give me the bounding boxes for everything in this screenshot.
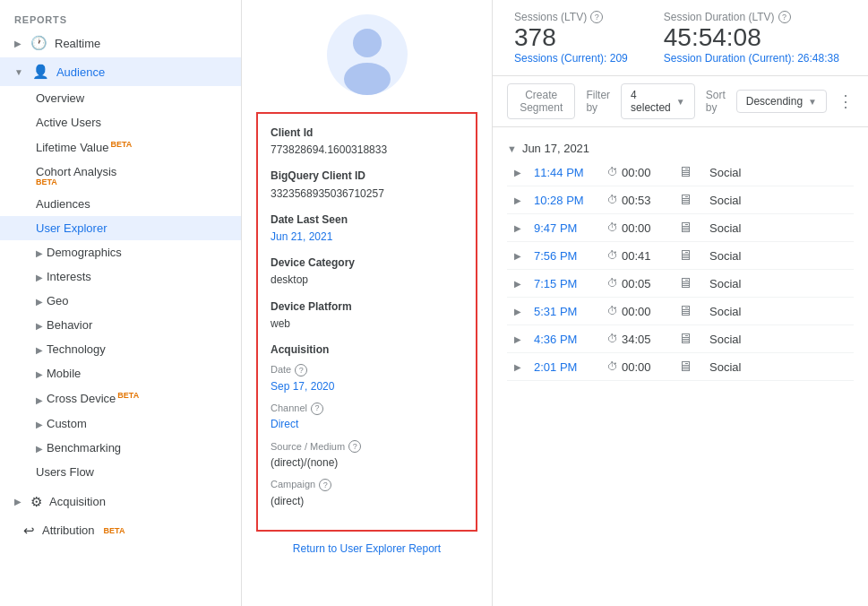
session-duration: ⏱ 00:05: [607, 277, 661, 290]
session-time: 7:15 PM: [534, 277, 597, 290]
sidebar-item-cohort-analysis[interactable]: Cohort AnalysisBETA: [0, 160, 241, 192]
clock-icon: ⏱: [607, 333, 618, 345]
date-chevron-icon[interactable]: ▼: [507, 143, 517, 154]
sidebar-item-overview[interactable]: Overview: [0, 86, 241, 110]
more-options-button[interactable]: ⋮: [838, 91, 854, 112]
sessions-ltv-label: Sessions (LTV) ?: [514, 11, 628, 23]
desktop-icon: 🖥: [672, 275, 699, 291]
stats-row: Sessions (LTV) ? 378 Sessions (Current):…: [493, 0, 868, 76]
desktop-icon: 🖥: [672, 220, 699, 236]
expand-icon: ▶: [514, 307, 523, 316]
acquisition-section: Acquisition Date ? Sep 17, 2020 Channel …: [271, 342, 463, 510]
sidebar-item-user-explorer[interactable]: User Explorer: [0, 216, 241, 240]
session-row[interactable]: ▶ 9:47 PM ⏱ 00:00 🖥 Social: [507, 214, 854, 242]
sidebar-item-audience[interactable]: ▼ 👤 Audience: [0, 57, 241, 86]
sessions-current-stat: Sessions (Current): 209: [514, 52, 628, 65]
sidebar-item-custom[interactable]: ▶Custom: [0, 411, 241, 436]
session-channel: Social: [709, 194, 741, 207]
date-last-seen-section: Date Last Seen Jun 21, 2021: [271, 212, 463, 246]
attribution-icon: ↩: [23, 523, 35, 539]
sidebar-item-label: Realtime: [55, 37, 100, 50]
session-channel: Social: [709, 333, 741, 346]
acquisition-icon: ⚙: [30, 494, 42, 510]
expand-icon: ▶: [514, 223, 523, 233]
sidebar-item-demographics[interactable]: ▶Demographics: [0, 240, 241, 264]
help-icon[interactable]: ?: [348, 440, 361, 453]
channel-label: Channel ?: [271, 401, 463, 417]
session-duration: ⏱ 00:53: [607, 194, 661, 207]
session-duration: ⏱ 00:00: [607, 305, 661, 318]
session-time: 11:44 PM: [534, 166, 597, 179]
session-row[interactable]: ▶ 11:44 PM ⏱ 00:00 🖥 Social: [507, 159, 854, 186]
session-row[interactable]: ▶ 5:31 PM ⏱ 00:00 🖥 Social: [507, 298, 854, 325]
help-icon[interactable]: ?: [311, 403, 323, 415]
sidebar-item-behavior[interactable]: ▶Behavior: [0, 313, 241, 337]
client-id-value: 773828694.1600318833: [271, 142, 463, 159]
device-category-label: Device Category: [271, 255, 463, 272]
help-icon[interactable]: ?: [778, 11, 791, 23]
session-time: 9:47 PM: [534, 221, 597, 235]
beta-badge: BETA: [117, 391, 139, 400]
sort-dropdown[interactable]: Descending ▼: [736, 90, 827, 113]
session-duration: ⏱ 00:00: [607, 221, 661, 235]
sidebar-item-technology[interactable]: ▶Technology: [0, 337, 241, 361]
session-time: 5:31 PM: [534, 305, 597, 318]
sidebar-item-lifetime-value[interactable]: Lifetime ValueBETA: [0, 134, 241, 160]
desktop-icon: 🖥: [672, 359, 699, 375]
return-link[interactable]: Return to User Explorer Report: [293, 542, 441, 555]
sidebar-item-cross-device[interactable]: ▶Cross DeviceBETA: [0, 385, 241, 411]
session-rows-container: ▶ 11:44 PM ⏱ 00:00 🖥 Social ▶ 10:28 PM ⏱…: [507, 159, 854, 381]
help-icon[interactable]: ?: [295, 364, 307, 377]
sidebar-item-geo[interactable]: ▶Geo: [0, 289, 241, 313]
session-time: 4:36 PM: [534, 333, 597, 346]
date-last-seen-value: Jun 21, 2021: [271, 229, 463, 246]
filter-bar: Create Segment Filter by 4 selected ▼ So…: [493, 76, 868, 127]
desktop-icon: 🖥: [672, 247, 699, 264]
session-duration-ltv-value: 45:54:08: [664, 23, 839, 52]
chevron-down-icon: ▼: [676, 97, 685, 107]
person-icon: 👤: [32, 64, 49, 80]
bigquery-client-id-label: BigQuery Client ID: [271, 168, 463, 185]
sidebar-item-active-users[interactable]: Active Users: [0, 110, 241, 134]
sidebar-item-attribution[interactable]: ↩ Attribution BETA: [0, 516, 241, 545]
sidebar-item-interests[interactable]: ▶Interests: [0, 264, 241, 289]
sidebar-item-realtime[interactable]: ▶ 🕐 Realtime: [0, 29, 241, 57]
sidebar-item-acquisition[interactable]: ▶ ⚙ Acquisition: [0, 488, 241, 516]
device-category-value: desktop: [271, 272, 463, 289]
session-duration: ⏱ 00:41: [607, 249, 661, 263]
beta-badge: BETA: [110, 140, 132, 149]
session-row[interactable]: ▶ 10:28 PM ⏱ 00:53 🖥 Social: [507, 186, 854, 214]
avatar-svg: [327, 14, 408, 95]
user-info-card: Client Id 773828694.1600318833 BigQuery …: [256, 112, 477, 532]
arrow-icon: ▶: [14, 497, 21, 506]
help-icon[interactable]: ?: [590, 11, 603, 23]
session-duration-current-stat: Session Duration (Current): 26:48:38: [664, 52, 839, 65]
sort-by-label: Sort by: [706, 89, 726, 114]
session-duration: ⏱ 00:00: [607, 166, 661, 179]
sidebar-item-benchmarking[interactable]: ▶Benchmarking: [0, 436, 241, 460]
user-detail-panel: Client Id 773828694.1600318833 BigQuery …: [242, 0, 493, 606]
sidebar-item-label: Attribution: [42, 524, 95, 537]
create-segment-button[interactable]: Create Segment: [507, 83, 575, 119]
session-row[interactable]: ▶ 2:01 PM ⏱ 00:00 🖥 Social: [507, 353, 854, 381]
help-icon[interactable]: ?: [319, 479, 331, 491]
sidebar-section-label: REPORTS: [0, 7, 241, 29]
clock-icon: ⏱: [607, 194, 618, 206]
device-platform-label: Device Platform: [271, 299, 463, 316]
session-row[interactable]: ▶ 7:56 PM ⏱ 00:41 🖥 Social: [507, 242, 854, 270]
session-channel: Social: [709, 305, 741, 318]
sidebar-item-users-flow[interactable]: Users Flow: [0, 460, 241, 484]
device-category-section: Device Category desktop: [271, 255, 463, 289]
expand-icon: ▶: [514, 334, 523, 344]
sidebar-item-label: Acquisition: [49, 495, 106, 508]
filter-dropdown[interactable]: 4 selected ▼: [621, 83, 695, 119]
sidebar-item-mobile[interactable]: ▶Mobile: [0, 361, 241, 385]
device-platform-section: Device Platform web: [271, 299, 463, 333]
acq-date-value: Sep 17, 2020: [271, 378, 463, 395]
clock-icon: ⏱: [607, 277, 618, 290]
session-row[interactable]: ▶ 7:15 PM ⏱ 00:05 🖥 Social: [507, 270, 854, 298]
desktop-icon: 🖥: [672, 192, 699, 208]
session-row[interactable]: ▶ 4:36 PM ⏱ 34:05 🖥 Social: [507, 325, 854, 353]
sidebar-item-audiences[interactable]: Audiences: [0, 192, 241, 216]
expand-icon: ▶: [514, 195, 523, 205]
